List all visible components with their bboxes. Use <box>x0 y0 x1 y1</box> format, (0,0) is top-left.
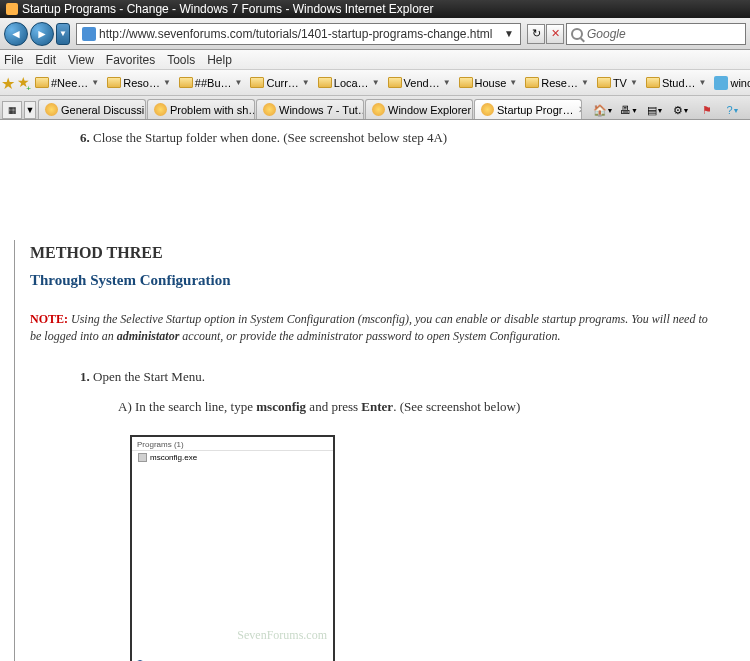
bookmark-item[interactable]: Vend…▼ <box>385 75 454 91</box>
tab-tools-right: 🏠▼ 🖶▼ ▤▼ ⚙▼ ⚑ ?▼ <box>592 101 748 119</box>
tab-icon <box>154 103 167 116</box>
search-box[interactable]: Google <box>566 23 746 45</box>
tab-list-dropdown[interactable]: ▼ <box>24 101 36 119</box>
folder-icon <box>597 77 611 88</box>
nav-dropdown[interactable]: ▼ <box>56 23 70 45</box>
tab-icon <box>481 103 494 116</box>
programs-header: Programs (1) <box>132 437 333 451</box>
folder-icon <box>459 77 473 88</box>
tab-icon <box>45 103 58 116</box>
browser-tab-active[interactable]: Startup Progr…✕ <box>474 99 582 119</box>
back-button[interactable]: ◄ <box>4 22 28 46</box>
content-border <box>14 240 15 661</box>
step-6: 6. Close the Startup folder when done. (… <box>30 130 720 146</box>
menu-bar: File Edit View Favorites Tools Help <box>0 50 750 70</box>
watermark-text: SevenForums.com <box>237 628 327 643</box>
window-title: Startup Programs - Change - Windows 7 Fo… <box>22 2 433 16</box>
substep-bold1: msconfig <box>256 399 306 414</box>
screenshot-frame: Programs (1) msconfig.exe SevenForums.co… <box>130 435 335 661</box>
browser-tab[interactable]: Problem with sh… <box>147 99 255 119</box>
embedded-screenshot[interactable]: Programs (1) msconfig.exe SevenForums.co… <box>130 435 720 661</box>
bookmark-item[interactable]: Reso…▼ <box>104 75 174 91</box>
bookmark-item[interactable]: Rese…▼ <box>522 75 592 91</box>
close-tab-icon[interactable]: ✕ <box>578 104 582 115</box>
note-paragraph: NOTE: Using the Selective Startup option… <box>30 311 720 345</box>
step-1a: A) In the search line, type msconfig and… <box>30 399 720 415</box>
step-1: 1. Open the Start Menu. <box>30 369 720 385</box>
substep-suffix: . (See screenshot below) <box>393 399 520 414</box>
substep-bold2: Enter <box>361 399 393 414</box>
page-content: 6. Close the Startup folder when done. (… <box>0 120 750 661</box>
step-number: 1. <box>80 369 90 384</box>
folder-icon <box>179 77 193 88</box>
method-heading: METHOD THREE <box>30 244 720 262</box>
search-icon <box>571 28 583 40</box>
method-subtitle: Through System Configuration <box>30 272 720 289</box>
menu-help[interactable]: Help <box>207 53 232 67</box>
browser-tab[interactable]: General Discussi… <box>38 99 146 119</box>
safety-button[interactable]: ⚙▼ <box>670 101 692 119</box>
favorites-star-icon[interactable]: ★ <box>1 74 15 92</box>
tab-icon <box>372 103 385 116</box>
page-button[interactable]: ▤▼ <box>644 101 666 119</box>
note-text-post: account, or provide the administrator pa… <box>179 329 560 343</box>
print-button[interactable]: 🖶▼ <box>618 101 640 119</box>
add-favorites-icon[interactable]: ★+ <box>17 74 30 92</box>
tools-button[interactable]: ⚑ <box>696 101 718 119</box>
folder-icon <box>35 77 49 88</box>
folder-icon <box>388 77 402 88</box>
folder-icon <box>318 77 332 88</box>
program-list-item: msconfig.exe <box>132 451 333 464</box>
program-icon <box>138 453 147 462</box>
url-text: http://www.sevenforums.com/tutorials/140… <box>99 27 500 41</box>
refresh-button[interactable]: ↻ <box>527 24 545 44</box>
forward-button[interactable]: ► <box>30 22 54 46</box>
bookmark-item[interactable]: House▼ <box>456 75 521 91</box>
favicon <box>6 3 18 15</box>
help-button[interactable]: ?▼ <box>722 101 744 119</box>
step-text: Close the Startup folder when done. (See… <box>93 130 447 145</box>
stop-button[interactable]: ✕ <box>546 24 564 44</box>
browser-tab[interactable]: Window Explorer… <box>365 99 473 119</box>
site-icon <box>82 27 96 41</box>
step-text: Open the Start Menu. <box>93 369 205 384</box>
step-number: 6. <box>80 130 90 145</box>
bookmarks-bar: ★ ★+ #Nee…▼ Reso…▼ ##Bu…▼ Curr…▼ Loca…▼ … <box>0 70 750 96</box>
bookmark-item[interactable]: ##Bu…▼ <box>176 75 246 91</box>
screenshot-body: Programs (1) msconfig.exe SevenForums.co… <box>132 437 333 661</box>
bookmark-item[interactable]: wind… <box>711 74 750 92</box>
menu-file[interactable]: File <box>4 53 23 67</box>
bookmark-item[interactable]: TV▼ <box>594 75 641 91</box>
folder-icon <box>107 77 121 88</box>
navigation-bar: ◄ ► ▼ http://www.sevenforums.com/tutoria… <box>0 18 750 50</box>
window-titlebar: Startup Programs - Change - Windows 7 Fo… <box>0 0 750 18</box>
search-placeholder: Google <box>587 27 626 41</box>
folder-icon <box>250 77 264 88</box>
quick-tabs-button[interactable]: ▦ <box>2 101 22 119</box>
note-text-bold: administator <box>117 329 180 343</box>
menu-favorites[interactable]: Favorites <box>106 53 155 67</box>
home-button[interactable]: 🏠▼ <box>592 101 614 119</box>
folder-icon <box>525 77 539 88</box>
menu-edit[interactable]: Edit <box>35 53 56 67</box>
bookmark-item[interactable]: Stud…▼ <box>643 75 710 91</box>
note-label: NOTE: <box>30 312 68 326</box>
substep-mid: and press <box>306 399 361 414</box>
address-bar[interactable]: http://www.sevenforums.com/tutorials/140… <box>76 23 521 45</box>
program-name: msconfig.exe <box>150 453 197 462</box>
substep-prefix: A) In the search line, type <box>118 399 256 414</box>
tab-bar: ▦ ▼ General Discussi… Problem with sh… W… <box>0 96 750 120</box>
folder-icon <box>646 77 660 88</box>
page-icon <box>714 76 728 90</box>
bookmark-item[interactable]: Loca…▼ <box>315 75 383 91</box>
address-dropdown[interactable]: ▼ <box>500 28 518 39</box>
menu-tools[interactable]: Tools <box>167 53 195 67</box>
bookmark-item[interactable]: Curr…▼ <box>247 75 312 91</box>
refresh-stop-group: ↻ ✕ <box>527 24 564 44</box>
menu-view[interactable]: View <box>68 53 94 67</box>
tab-icon <box>263 103 276 116</box>
bookmark-item[interactable]: #Nee…▼ <box>32 75 102 91</box>
browser-tab[interactable]: Windows 7 - Tut… <box>256 99 364 119</box>
